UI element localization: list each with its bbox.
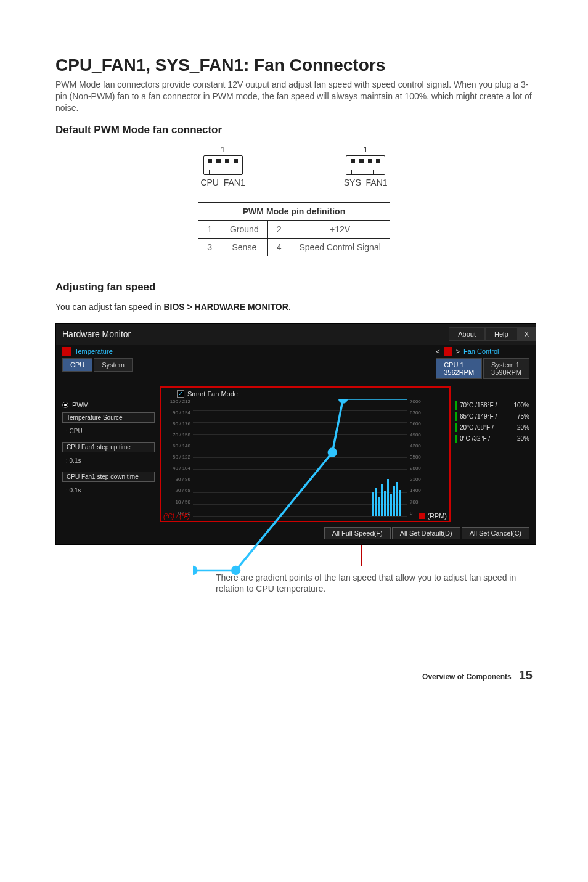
close-button[interactable]: X	[518, 327, 536, 341]
next-fan-button[interactable]: >	[456, 348, 460, 355]
rpm-axis-tick: 700	[410, 499, 443, 505]
y-axis-tick: 100 / 212	[162, 399, 190, 404]
svg-point-0	[231, 565, 240, 574]
rpm-axis-tick: 1400	[410, 488, 443, 493]
point-percent: 75%	[517, 413, 529, 420]
connector-sys-fan1: 1 SYS_FAN1	[344, 145, 388, 187]
help-button[interactable]: Help	[485, 327, 518, 341]
step-up-value: : 0.1s	[62, 457, 155, 464]
page-heading: CPU_FAN1, SYS_FAN1: Fan Connectors	[55, 55, 533, 75]
axis-unit-label: (°C) / (°F)	[163, 513, 190, 520]
connector-diagrams: 1 CPU_FAN1 1 SYS_FAN1	[55, 145, 533, 187]
point-temp: 70°C /158°F /	[460, 402, 497, 409]
point-percent: 20%	[517, 435, 529, 442]
fan-curve-panel: ✓ Smart Fan Mode 100 / 21290 / 19480 / 1…	[160, 386, 451, 522]
footer-section: Overview of Components	[422, 672, 512, 681]
pin1-label: 1	[364, 145, 368, 154]
tab-cpu-fan1[interactable]: CPU 1 3562RPM	[436, 358, 482, 379]
temp-source-value: : CPU	[62, 428, 155, 435]
rpm-axis-tick: 6300	[410, 410, 443, 415]
table-row: 1 Ground 2 +12V	[198, 220, 390, 238]
pwm-label: PWM	[72, 401, 89, 409]
connector-icon	[203, 155, 243, 175]
curve-point[interactable]: 20°C /68°F /20%	[455, 423, 529, 432]
section-default: Default PWM Mode fan connector	[55, 124, 533, 136]
point-tick-icon	[455, 435, 457, 443]
curve-point[interactable]: 70°C /158°F /100%	[455, 401, 529, 410]
step-up-box[interactable]: CPU Fan1 step up time	[62, 442, 155, 452]
pwm-radio[interactable]	[62, 402, 68, 408]
y-axis-tick: 20 / 68	[162, 488, 190, 493]
y-axis-tick: 40 / 104	[162, 465, 190, 471]
connector-icon	[346, 155, 385, 175]
svg-point-2	[338, 399, 348, 404]
fan-icon	[444, 347, 452, 356]
rpm-unit-label: (RPM)	[427, 512, 447, 520]
point-percent: 100%	[513, 402, 529, 409]
point-tick-icon	[455, 412, 457, 421]
pintable-title: PWM Mode pin definition	[198, 202, 390, 220]
point-tick-icon	[455, 401, 457, 410]
rpm-axis-tick: 2100	[410, 476, 443, 482]
pin-definition-table: PWM Mode pin definition 1 Ground 2 +12V …	[198, 202, 390, 256]
temperature-label: Temperature	[75, 348, 113, 355]
smart-fan-label: Smart Fan Mode	[187, 390, 238, 398]
all-set-cancel-button[interactable]: All Set Cancel(C)	[462, 527, 529, 539]
y-axis-tick: 30 / 86	[162, 476, 190, 482]
rpm-axis-tick: 2800	[410, 465, 443, 471]
y-axis-tick: 90 / 194	[162, 410, 190, 415]
pin1-label: 1	[221, 145, 225, 154]
about-button[interactable]: About	[449, 327, 485, 341]
prev-fan-button[interactable]: <	[436, 348, 439, 355]
step-down-value: : 0.1s	[62, 487, 155, 494]
intro-paragraph: PWM Mode fan connectors provide constant…	[55, 79, 533, 114]
rpm-axis-tick: 4200	[410, 443, 443, 449]
rpm-swatch-icon	[419, 513, 425, 519]
bios-path-line: You can adjust fan speed in BIOS > HARDW…	[55, 302, 533, 312]
connector-name: CPU_FAN1	[200, 178, 245, 187]
hardware-monitor-window: Hardware Monitor About Help X Temperatur…	[55, 323, 536, 545]
rpm-bars	[372, 473, 401, 516]
point-temp: 65°C /149°F /	[460, 413, 497, 420]
point-tick-icon	[455, 423, 457, 432]
rpm-axis-tick: 4900	[410, 432, 443, 438]
thermometer-icon	[62, 347, 71, 356]
svg-point-3	[193, 565, 198, 574]
page-number: 15	[519, 668, 533, 682]
window-title: Hardware Monitor	[62, 329, 131, 339]
curve-point[interactable]: 65°C /149°F /75%	[455, 412, 529, 421]
fan-control-label: Fan Control	[463, 348, 499, 355]
y-axis-tick: 10 / 50	[162, 499, 190, 505]
tab-system-fan1[interactable]: System 1 3590RPM	[483, 358, 529, 379]
connector-cpu-fan1: 1 CPU_FAN1	[200, 145, 245, 187]
y-axis-tick: 50 / 122	[162, 454, 190, 460]
rpm-axis-tick: 7000	[410, 399, 443, 404]
callout-leader-line	[361, 545, 362, 566]
point-temp: 0°C /32°F /	[460, 435, 490, 442]
y-axis-tick: 80 / 176	[162, 421, 190, 427]
section-adjust: Adjusting fan speed	[55, 281, 533, 293]
tab-system[interactable]: System	[94, 358, 133, 372]
tab-cpu[interactable]: CPU	[62, 358, 92, 372]
svg-point-1	[328, 447, 337, 457]
y-axis-tick: 60 / 140	[162, 443, 190, 449]
connector-name: SYS_FAN1	[344, 178, 388, 187]
y-axis-tick: 70 / 158	[162, 432, 190, 438]
curve-points-list: 70°C /158°F /100%65°C /149°F /75%20°C /6…	[455, 386, 529, 522]
smart-fan-checkbox[interactable]: ✓	[177, 390, 184, 398]
point-percent: 20%	[517, 424, 529, 431]
fan-curve-chart[interactable]: 100 / 21290 / 19480 / 17670 / 15860 / 14…	[193, 399, 407, 516]
temp-source-box[interactable]: Temperature Source	[62, 412, 155, 423]
rpm-axis-tick: 5600	[410, 421, 443, 427]
table-row: 3 Sense 4 Speed Control Signal	[198, 238, 390, 256]
step-down-box[interactable]: CPU Fan1 step down time	[62, 472, 155, 482]
rpm-axis-tick: 3500	[410, 454, 443, 460]
curve-point[interactable]: 0°C /32°F /20%	[455, 435, 529, 443]
point-temp: 20°C /68°F /	[460, 424, 494, 431]
